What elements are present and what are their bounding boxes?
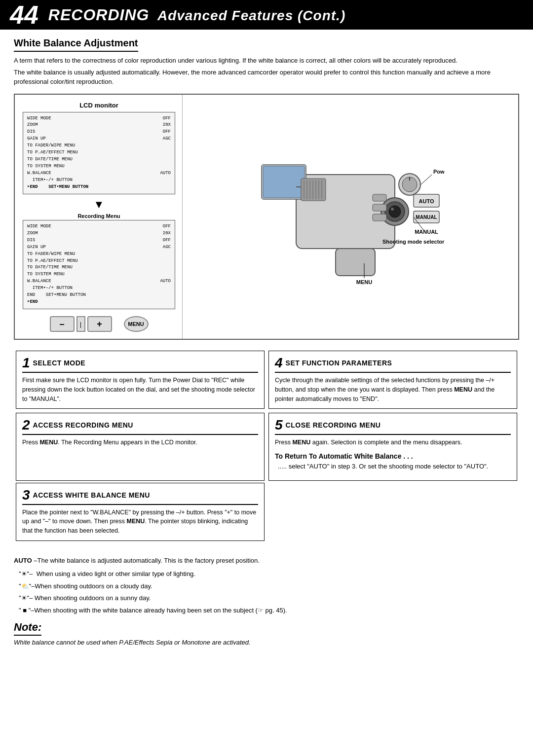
svg-rect-2 (263, 166, 305, 198)
svg-text:Power Dial: Power Dial (433, 169, 444, 175)
step-2-num: 2 (22, 418, 30, 432)
pipe-button: | (76, 316, 85, 332)
svg-line-27 (421, 175, 432, 184)
note-section: Note: White balance cannot be used when … (14, 621, 519, 648)
step-2-title: ACCESS RECORDING MENU (33, 421, 133, 429)
diagram-box: LCD monitor WIDE MODEOFF ZOOM20X DISOFF … (14, 94, 519, 340)
bullet-1: "☀"– When using a video light or other s… (19, 569, 519, 579)
step-4-header: 4 SET FUNCTION PARAMETERS (275, 356, 511, 373)
step-5-num: 5 (275, 418, 283, 432)
note-title: Note: (14, 621, 41, 636)
step-3-block: 3 ACCESS WHITE BALANCE MENU Place the po… (16, 483, 265, 541)
step-1-header: 1 SELECT MODE (22, 356, 258, 373)
step-4-block: 4 SET FUNCTION PARAMETERS Cycle through … (268, 351, 517, 409)
auto-note: AUTO –The white balance is adjusted auto… (14, 556, 519, 566)
step-3-num: 3 (22, 488, 30, 502)
step-4-title: SET FUNCTION PARAMETERS (286, 359, 392, 367)
to-return-heading: To Return To Automatic White Balance . .… (275, 451, 511, 462)
main-content: White Balance Adjustment A term that ref… (0, 30, 533, 556)
page-header: 44 RECORDING Advanced Features (Cont.) (0, 0, 533, 30)
auto-text: –The white balance is adjusted automatic… (34, 557, 260, 564)
menu-box-2: WIDE MODEOFF ZOOM20X DISOFF GAIN UPAGC T… (23, 220, 175, 309)
step-5-block: 5 CLOSE RECORDING MENU Press MENU again.… (268, 413, 517, 480)
svg-text:Shooting mode selector: Shooting mode selector (382, 239, 444, 245)
bottom-content: AUTO –The white balance is adjusted auto… (0, 556, 533, 657)
note-body: White balance cannot be used when P.AE/E… (14, 638, 519, 648)
intro-text: A term that refers to the correctness of… (14, 56, 519, 87)
page-number: 44 (10, 2, 38, 28)
svg-point-7 (391, 208, 394, 211)
step-1-body: First make sure the LCD monitor is open … (22, 376, 258, 403)
step-5-body: Press MENU again. Selection is complete … (275, 438, 511, 471)
bullet-4: " ■ "–When shooting with the white balan… (19, 606, 519, 615)
svg-text:MANUAL: MANUAL (416, 215, 437, 220)
intro-para-2: The white balance is usually adjusted au… (14, 68, 519, 87)
bullet-items: "☀"– When using a video light or other s… (19, 569, 519, 615)
step-2-block: 2 ACCESS RECORDING MENU Press MENU. The … (16, 413, 265, 480)
bullet-2: "⛅"–When shooting outdoors on a cloudy d… (19, 581, 519, 591)
camcorder-illustration: AUTO MANUAL Power Dial Shooting mode sel… (257, 145, 444, 288)
diagram-left: LCD monitor WIDE MODEOFF ZOOM20X DISOFF … (15, 95, 183, 339)
bullet-3: "☀"– When shooting outdoors on a sunny d… (19, 593, 519, 603)
intro-para-1: A term that refers to the correctness of… (14, 56, 519, 66)
step-2-header: 2 ACCESS RECORDING MENU (22, 418, 258, 435)
step-2-body: Press MENU. The Recording Menu appears i… (22, 438, 258, 447)
svg-text:MANUAL: MANUAL (415, 229, 438, 235)
step-1-block: 1 SELECT MODE First make sure the LCD mo… (16, 351, 265, 409)
svg-rect-8 (336, 249, 375, 276)
svg-text:AUTO: AUTO (419, 198, 434, 204)
auto-bold: AUTO (14, 557, 32, 564)
diagram-right: AUTO MANUAL Power Dial Shooting mode sel… (183, 95, 518, 339)
menu-button-label: MENU (128, 321, 144, 327)
menu-button[interactable]: MENU (124, 316, 149, 332)
step-4-body: Cycle through the available settings of … (275, 376, 511, 403)
step-3-body: Place the pointer next to "W.BALANCE" by… (22, 508, 258, 536)
buttons-row: – | + MENU (23, 316, 175, 332)
step-5-header: 5 CLOSE RECORDING MENU (275, 418, 511, 435)
arrow-down: ▼ (23, 198, 175, 211)
recording-label: RECORDING (48, 6, 150, 24)
plus-button[interactable]: + (87, 316, 112, 332)
svg-rect-14 (373, 214, 386, 221)
header-subtitle: Advanced Features (Cont.) (157, 8, 345, 23)
to-return-section: To Return To Automatic White Balance . .… (275, 451, 511, 471)
recording-menu-label: Recording Menu (23, 213, 175, 219)
step-5-title: CLOSE RECORDING MENU (286, 421, 381, 429)
step-3-header: 3 ACCESS WHITE BALANCE MENU (22, 488, 258, 505)
svg-text:MENU: MENU (356, 279, 372, 285)
step-3-title: ACCESS WHITE BALANCE MENU (33, 491, 150, 499)
section-title: White Balance Adjustment (14, 37, 138, 52)
to-return-body: ..... select "AUTO" in step 3. Or set th… (278, 462, 511, 471)
step-1-title: SELECT MODE (33, 359, 86, 367)
steps-grid: 1 SELECT MODE First make sure the LCD mo… (14, 349, 519, 543)
svg-point-6 (389, 206, 401, 217)
step-1-num: 1 (22, 356, 30, 370)
step-4-num: 4 (275, 356, 283, 370)
lcd-label: LCD monitor (23, 102, 175, 109)
minus-button[interactable]: – (50, 316, 75, 332)
svg-rect-13 (373, 204, 386, 211)
header-title: RECORDING Advanced Features (Cont.) (48, 6, 345, 24)
note-title-text: Note: (14, 621, 41, 633)
svg-rect-12 (373, 194, 386, 201)
menu-box-1: WIDE MODEOFF ZOOM20X DISOFF GAIN UPAGC T… (23, 112, 175, 194)
